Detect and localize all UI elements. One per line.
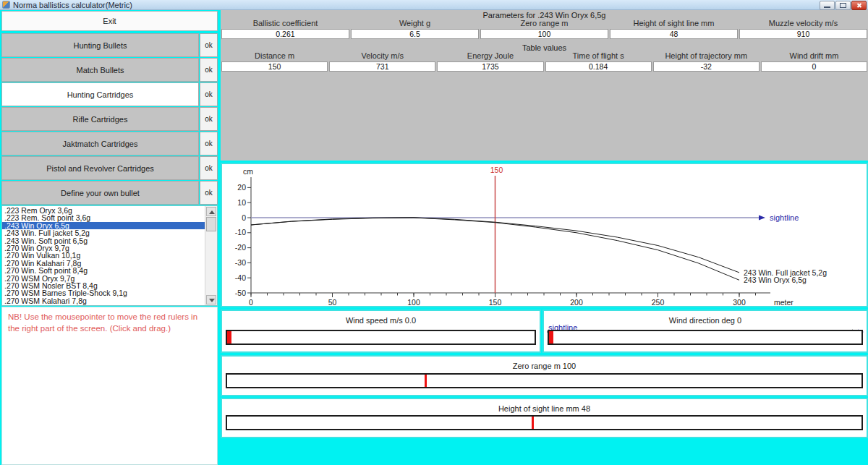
svg-text:50: 50 xyxy=(328,298,337,306)
scroll-thumb[interactable] xyxy=(206,217,216,231)
column-label-zero-range-m: Zero range m xyxy=(480,20,609,27)
ok-button-match-bullets[interactable]: ok xyxy=(200,58,218,82)
menu-row-define-your-own-bullet: Define your own bulletok xyxy=(1,181,218,205)
value-cell-distance-m: 150 xyxy=(221,61,328,72)
svg-text:100: 100 xyxy=(407,298,420,306)
value-cell-height-of-sight-line-mm[interactable]: 48 xyxy=(610,29,738,39)
column-label-muzzle-velocity-m-s: Muzzle velocity m/s xyxy=(739,20,868,27)
table-values-header-row: Distance mVelocity m/sEnergy JouleTime o… xyxy=(221,52,868,60)
svg-text:0: 0 xyxy=(242,213,246,222)
application-window: Norma ballistics calculator(Metric) Exit… xyxy=(0,0,868,465)
menu-row-hunting-bullets: Hunting Bulletsok xyxy=(1,33,218,57)
svg-text:150: 150 xyxy=(489,298,502,306)
height-sight-line-label: Height of sight line mm 48 xyxy=(222,404,867,413)
y-axis-unit: cm xyxy=(243,167,253,176)
zero-range-panel: Zero range m 100 xyxy=(221,355,868,396)
svg-text:-40: -40 xyxy=(235,273,246,282)
svg-text:0: 0 xyxy=(249,298,253,306)
column-label-velocity-m-s: Velocity m/s xyxy=(328,52,436,60)
ok-button-pistol-and-revolver-cartridges[interactable]: ok xyxy=(200,156,218,180)
list-scrollbar[interactable] xyxy=(205,206,217,305)
minimize-button[interactable] xyxy=(820,1,835,10)
title-bar: Norma ballistics calculator(Metric) xyxy=(0,0,868,10)
ok-button-hunting-bullets[interactable]: ok xyxy=(200,33,218,57)
value-cell-muzzle-velocity-m-s[interactable]: 910 xyxy=(739,29,867,39)
app-icon xyxy=(2,1,10,9)
svg-text:250: 250 xyxy=(652,298,665,306)
wind-direction-panel: Wind direction deg 0 sightline xyxy=(542,310,868,353)
ok-button-define-your-own-bullet[interactable]: ok xyxy=(200,181,218,205)
note-text: NB! Use the mousepointer to move the red… xyxy=(1,307,218,465)
wind-direction-label: Wind direction deg 0 xyxy=(544,316,867,325)
menu: Hunting BulletsokMatch BulletsokHunting … xyxy=(1,33,218,205)
close-button[interactable] xyxy=(851,1,867,10)
menu-row-rifle-cartridges: Rifle Cartridgesok xyxy=(1,107,218,131)
ok-button-jaktmatch-cartridges[interactable]: ok xyxy=(200,132,218,155)
sidebar: Exit Hunting BulletsokMatch BulletsokHun… xyxy=(1,11,218,465)
value-cell-height-of-trajectory-mm: -32 xyxy=(653,61,760,72)
wind-speed-slider[interactable] xyxy=(226,330,536,345)
parameters-value-row: 0.2616.510048910 xyxy=(221,29,868,39)
value-cell-weight-g[interactable]: 6.5 xyxy=(351,29,479,39)
scroll-down-button[interactable] xyxy=(206,295,216,304)
menu-button-rifle-cartridges[interactable]: Rifle Cartridges xyxy=(1,107,199,131)
menu-row-match-bullets: Match Bulletsok xyxy=(1,58,218,82)
value-cell-time-of-flight-s: 0.184 xyxy=(545,61,652,72)
menu-button-jaktmatch-cartridges[interactable]: Jaktmatch Cartridges xyxy=(1,132,199,155)
parameters-header-row: Ballistic coefficientWeight gZero range … xyxy=(221,20,868,27)
menu-button-match-bullets[interactable]: Match Bullets xyxy=(1,58,199,82)
cartridge-list[interactable]: .223 Rem Oryx 3,6g.223 Rem. Soft point 3… xyxy=(1,205,218,306)
value-cell-zero-range-m[interactable]: 100 xyxy=(480,29,608,39)
zero-range-slider[interactable] xyxy=(226,373,863,388)
ok-button-hunting-cartridges[interactable]: ok xyxy=(200,82,218,106)
wind-direction-slider[interactable] xyxy=(548,330,863,345)
zero-range-label: Zero range m 100 xyxy=(222,362,867,370)
column-label-weight-g: Weight g xyxy=(350,20,480,27)
menu-button-pistol-and-revolver-cartridges[interactable]: Pistol and Revolver Cartridges xyxy=(1,156,199,180)
maximize-button[interactable] xyxy=(835,1,851,10)
svg-text:10: 10 xyxy=(237,198,246,207)
column-label-ballistic-coefficient: Ballistic coefficient xyxy=(221,20,350,27)
exit-button[interactable]: Exit xyxy=(1,11,218,31)
height-sight-line-slider[interactable] xyxy=(226,415,863,430)
value-cell-wind-drift-mm: 0 xyxy=(761,61,867,72)
column-label-height-of-sight-line-mm: Height of sight line mm xyxy=(609,20,739,27)
wind-speed-label: Wind speed m/s 0.0 xyxy=(222,316,540,325)
wind-direction-marker[interactable] xyxy=(549,331,553,344)
menu-button-define-your-own-bullet[interactable]: Define your own bullet xyxy=(1,181,199,205)
trajectory-chart-panel: cm20100-10-20-30-40-50050100150200250300… xyxy=(221,163,868,307)
x-axis-unit: meter xyxy=(774,298,793,306)
svg-text:300: 300 xyxy=(733,298,746,306)
svg-text:200: 200 xyxy=(570,298,583,306)
menu-button-hunting-bullets[interactable]: Hunting Bullets xyxy=(1,33,199,57)
svg-text:-10: -10 xyxy=(235,228,246,236)
top-tables: Parameters for .243 Win Oryx 6,5g Ballis… xyxy=(221,10,868,161)
column-label-energy-joule: Energy Joule xyxy=(436,52,544,60)
window-title: Norma ballistics calculator(Metric) xyxy=(13,1,132,9)
sightline-arrowhead xyxy=(759,216,765,221)
value-cell-ballistic-coefficient[interactable]: 0.261 xyxy=(221,29,349,39)
sightline-label: sightline xyxy=(770,213,799,222)
menu-row-hunting-cartridges: Hunting Cartridgesok xyxy=(1,82,218,106)
zero-range-marker[interactable] xyxy=(425,375,427,387)
menu-row-jaktmatch-cartridges: Jaktmatch Cartridgesok xyxy=(1,132,218,155)
value-cell-energy-joule: 1735 xyxy=(437,61,543,72)
ok-button-rifle-cartridges[interactable]: ok xyxy=(200,107,218,131)
svg-text:-30: -30 xyxy=(235,258,246,267)
distance-ruler-label: 150 xyxy=(490,166,503,174)
menu-row-pistol-and-revolver-cartridges: Pistol and Revolver Cartridgesok xyxy=(1,156,218,180)
scroll-up-button[interactable] xyxy=(206,207,216,216)
svg-text:-20: -20 xyxy=(235,243,246,252)
menu-button-hunting-cartridges[interactable]: Hunting Cartridges xyxy=(1,82,199,106)
trajectory-chart: cm20100-10-20-30-40-50050100150200250300… xyxy=(222,164,867,306)
column-label-time-of-flight-s: Time of flight s xyxy=(545,52,652,60)
value-cell-velocity-m-s: 731 xyxy=(329,61,435,72)
height-sight-line-marker[interactable] xyxy=(532,417,534,429)
curve-label-243-win-oryx-6-5g: 243 Win Oryx 6,5g xyxy=(744,276,807,284)
column-label-distance-m: Distance m xyxy=(221,52,328,60)
svg-text:-50: -50 xyxy=(235,289,246,297)
height-sight-line-panel: Height of sight line mm 48 xyxy=(221,398,868,438)
column-label-wind-drift-mm: Wind drift mm xyxy=(760,52,868,60)
list-item[interactable]: .270 WSM Kalahari 7,8g xyxy=(2,297,205,304)
wind-speed-marker[interactable] xyxy=(227,331,231,344)
